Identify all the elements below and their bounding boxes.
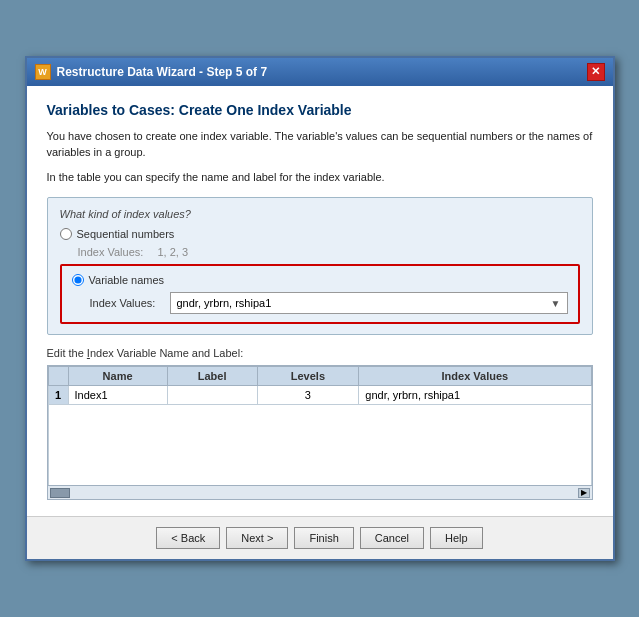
cell-levels[interactable]: 3 [257, 386, 359, 405]
cell-name[interactable]: Index1 [68, 386, 167, 405]
variable-index-label: Index Values: [90, 297, 162, 309]
sequential-radio-row: Sequential numbers [60, 228, 580, 240]
titlebar-left: W Restructure Data Wizard - Step 5 of 7 [35, 64, 268, 80]
close-button[interactable]: ✕ [587, 63, 605, 81]
sequential-label: Sequential numbers [77, 228, 175, 240]
app-icon: W [35, 64, 51, 80]
table-label: Edit the Index Variable Name and Label: [47, 347, 593, 359]
col-header-index-values: Index Values [359, 367, 591, 386]
scroll-thumb [50, 488, 70, 498]
cell-index-values[interactable]: gndr, yrbrn, rshipa1 [359, 386, 591, 405]
next-button[interactable]: Next > [226, 527, 288, 549]
section-legend: What kind of index values? [60, 208, 580, 220]
sequential-index-value: 1, 2, 3 [158, 246, 189, 258]
sequential-index-row: Index Values: 1, 2, 3 [78, 246, 580, 258]
variable-names-radio-row: Variable names [72, 274, 568, 286]
description-2: In the table you can specify the name an… [47, 169, 593, 186]
page-title: Variables to Cases: Create One Index Var… [47, 102, 593, 118]
wizard-window: W Restructure Data Wizard - Step 5 of 7 … [25, 56, 615, 562]
index-variable-table: Name Label Levels Index Values 1 Index1 … [48, 366, 592, 405]
scroll-right-arrow[interactable]: ▶ [578, 488, 590, 498]
horizontal-scrollbar[interactable]: ▶ [48, 485, 592, 499]
empty-table-rows [48, 405, 592, 485]
variable-names-radio[interactable] [72, 274, 84, 286]
sequential-index-label: Index Values: [78, 246, 150, 258]
cancel-button[interactable]: Cancel [360, 527, 424, 549]
sequential-radio[interactable] [60, 228, 72, 240]
col-header-levels: Levels [257, 367, 359, 386]
cell-label[interactable] [167, 386, 257, 405]
help-button[interactable]: Help [430, 527, 483, 549]
finish-button[interactable]: Finish [294, 527, 353, 549]
row-number: 1 [48, 386, 68, 405]
table-section: Edit the Index Variable Name and Label: … [47, 347, 593, 500]
index-values-dropdown[interactable]: gndr, yrbrn, rshipa1 ▼ [170, 292, 568, 314]
wizard-footer: < Back Next > Finish Cancel Help [27, 516, 613, 559]
main-content: Variables to Cases: Create One Index Var… [27, 86, 613, 517]
variable-names-highlighted: Variable names Index Values: gndr, yrbrn… [60, 264, 580, 324]
col-header-label: Label [167, 367, 257, 386]
variable-names-label: Variable names [89, 274, 165, 286]
index-type-section: What kind of index values? Sequential nu… [47, 197, 593, 335]
window-title: Restructure Data Wizard - Step 5 of 7 [57, 65, 268, 79]
back-button[interactable]: < Back [156, 527, 220, 549]
col-header-num [48, 367, 68, 386]
table-wrapper: Name Label Levels Index Values 1 Index1 … [47, 365, 593, 500]
description-1: You have chosen to create one index vari… [47, 128, 593, 161]
chevron-down-icon: ▼ [551, 298, 561, 309]
variable-index-row: Index Values: gndr, yrbrn, rshipa1 ▼ [90, 292, 568, 314]
dropdown-value: gndr, yrbrn, rshipa1 [177, 297, 272, 309]
table-row: 1 Index1 3 gndr, yrbrn, rshipa1 [48, 386, 591, 405]
titlebar: W Restructure Data Wizard - Step 5 of 7 … [27, 58, 613, 86]
col-header-name: Name [68, 367, 167, 386]
